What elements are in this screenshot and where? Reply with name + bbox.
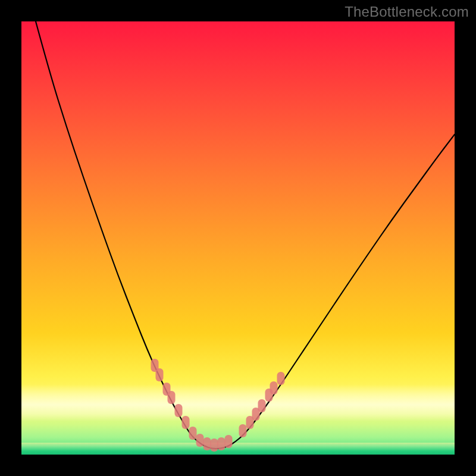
chart-svg (21, 21, 455, 455)
curve-marker (218, 437, 226, 450)
app-frame: TheBottleneck.com (0, 0, 476, 476)
curve-marker (211, 439, 218, 452)
curve-marker (196, 434, 204, 447)
curve-marker (156, 368, 164, 381)
bottleneck-curve (36, 21, 455, 449)
curve-marker (189, 427, 197, 440)
curve-marker (168, 391, 176, 404)
curve-marker (182, 416, 190, 429)
curve-markers (151, 359, 285, 452)
curve-marker (258, 399, 266, 412)
curve-marker (175, 404, 183, 417)
curve-marker (277, 372, 285, 385)
watermark-label: TheBottleneck.com (345, 4, 469, 20)
curve-marker (270, 381, 278, 394)
curve-marker (225, 435, 233, 448)
curve-marker (203, 437, 211, 450)
curve-marker (239, 424, 247, 437)
plot-area (21, 21, 455, 455)
